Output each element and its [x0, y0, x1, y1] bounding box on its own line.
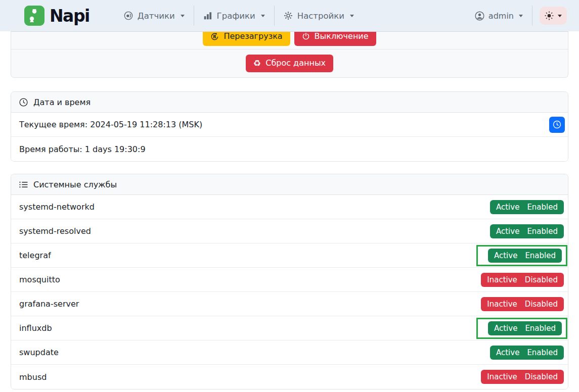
service-name: telegraf: [19, 251, 51, 260]
shutdown-button[interactable]: Выключение: [294, 32, 376, 46]
reboot-button[interactable]: R Перезагрузка: [203, 32, 290, 46]
service-enabled: Disabled: [525, 275, 558, 284]
service-state: Active: [494, 251, 517, 260]
uptime-text: Время работы: 1 days 19:30:9: [19, 144, 146, 154]
service-name: mbusd: [19, 372, 47, 382]
chevron-down-icon: [558, 15, 562, 17]
reset-data-button[interactable]: ♻ Сброс данных: [246, 55, 333, 72]
power-card: R Перезагрузка Выключение ♻ Сброс данных: [11, 31, 568, 78]
clock-icon: [19, 98, 28, 107]
badge-highlight: Active Enabled: [476, 318, 567, 339]
svg-text:R: R: [213, 34, 217, 39]
service-enabled: Enabled: [527, 227, 558, 236]
reset-row: ♻ Сброс данных: [11, 50, 568, 77]
datetime-card-title: Дата и время: [33, 97, 91, 107]
sensor-icon: [124, 11, 133, 20]
gear-icon: [284, 11, 293, 20]
service-enabled: Disabled: [525, 372, 558, 381]
badge-highlight: Inactive Disabled: [481, 370, 564, 384]
theme-toggle[interactable]: [540, 7, 567, 25]
services-card-header: Системные службы: [11, 174, 568, 195]
recycle-icon: ♻: [253, 59, 261, 68]
service-badge: Active Enabled: [490, 200, 564, 214]
clock-icon: [553, 120, 561, 129]
service-badge: Active Enabled: [490, 346, 564, 360]
badge-highlight: Inactive Disabled: [481, 297, 564, 311]
power-icon: [302, 32, 310, 40]
service-badge: Active Enabled: [488, 321, 562, 335]
services-list: systemd-networkd Active Enabled systemd-…: [11, 195, 568, 389]
brand[interactable]: Napi: [24, 6, 90, 26]
datetime-card-header: Дата и время: [11, 92, 568, 113]
badge-highlight: Active Enabled: [490, 224, 564, 238]
user-menu[interactable]: admin: [466, 11, 532, 21]
current-time-text: Текущее время: 2024-05-19 11:28:13 (MSK): [19, 120, 202, 129]
main-menu: Датчики Графики На: [115, 6, 363, 26]
service-name: swupdate: [19, 348, 59, 357]
current-time-row: Текущее время: 2024-05-19 11:28:13 (MSK): [11, 113, 568, 137]
service-badge: Active Enabled: [488, 249, 562, 263]
badge-highlight: Active Enabled: [476, 245, 567, 266]
service-state: Inactive: [487, 372, 517, 381]
bar-chart-icon: [203, 11, 212, 20]
menu-charts[interactable]: Графики: [194, 11, 274, 21]
person-icon: [475, 11, 484, 21]
napi-logo-icon: [24, 6, 44, 26]
menu-settings[interactable]: Настройки: [275, 11, 363, 21]
service-state: Active: [496, 227, 519, 236]
menu-sensors-label: Датчики: [138, 11, 175, 21]
shutdown-label: Выключение: [315, 32, 369, 41]
service-row: systemd-resolved Active Enabled: [11, 219, 568, 243]
reboot-icon: R: [210, 32, 219, 41]
sun-icon: [545, 11, 554, 20]
power-buttons-row: R Перезагрузка Выключение: [11, 32, 568, 50]
chevron-down-icon: [261, 15, 265, 17]
menu-charts-label: Графики: [217, 11, 255, 21]
brand-name: Napi: [50, 6, 90, 26]
menu-sensors[interactable]: Датчики: [115, 11, 194, 21]
service-badge: Inactive Disabled: [481, 297, 564, 311]
service-badge: Active Enabled: [490, 224, 564, 238]
service-row: systemd-networkd Active Enabled: [11, 195, 568, 219]
service-name: mosquitto: [19, 275, 60, 284]
chevron-down-icon: [350, 15, 354, 17]
service-state: Inactive: [487, 300, 517, 309]
service-state: Active: [496, 348, 519, 357]
service-state: Active: [494, 324, 517, 333]
service-state: Inactive: [487, 275, 517, 284]
service-name: grafana-server: [19, 299, 79, 309]
service-row: grafana-server Inactive Disabled: [11, 292, 568, 316]
service-name: influxdb: [19, 323, 52, 333]
service-name: systemd-networkd: [19, 202, 95, 212]
sync-time-button[interactable]: [549, 117, 565, 133]
service-enabled: Enabled: [525, 324, 556, 333]
services-card-title: Системные службы: [33, 180, 117, 189]
services-card: Системные службы systemd-networkd Active…: [11, 174, 568, 389]
service-state: Active: [496, 203, 519, 212]
list-icon: [19, 180, 28, 189]
service-row: swupdate Active Enabled: [11, 340, 568, 365]
navbar: Napi Датчики Графики: [0, 0, 579, 31]
menu-settings-label: Настройки: [297, 11, 344, 21]
reboot-label: Перезагрузка: [224, 32, 282, 41]
chevron-down-icon: [519, 15, 523, 17]
service-enabled: Enabled: [525, 251, 556, 260]
uptime-row: Время работы: 1 days 19:30:9: [11, 137, 568, 161]
navbar-right: admin: [466, 6, 567, 26]
service-name: systemd-resolved: [19, 226, 91, 236]
badge-highlight: Active Enabled: [490, 346, 564, 360]
service-enabled: Enabled: [527, 203, 558, 212]
service-row: mbusd Inactive Disabled: [11, 365, 568, 389]
service-enabled: Enabled: [527, 348, 558, 357]
service-row: mosquitto Inactive Disabled: [11, 268, 568, 292]
service-row: telegraf Active Enabled: [11, 243, 568, 268]
service-row: influxdb Active Enabled: [11, 316, 568, 340]
badge-highlight: Active Enabled: [490, 200, 564, 214]
datetime-card: Дата и время Текущее время: 2024-05-19 1…: [11, 91, 568, 162]
reset-label: Сброс данных: [265, 58, 326, 69]
service-enabled: Disabled: [525, 300, 558, 309]
user-name: admin: [488, 11, 514, 21]
service-badge: Inactive Disabled: [481, 273, 564, 287]
service-badge: Inactive Disabled: [481, 370, 564, 384]
nav-divider: [532, 6, 532, 26]
